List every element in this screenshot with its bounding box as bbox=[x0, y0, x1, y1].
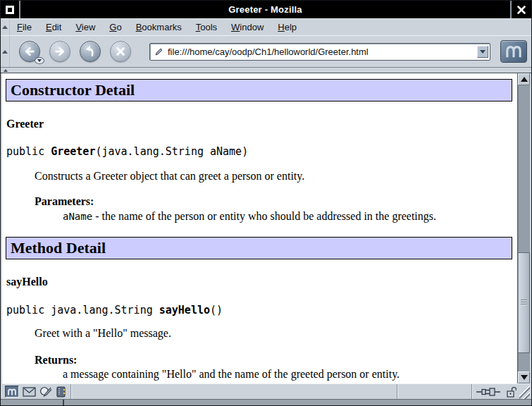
close-button[interactable] bbox=[510, 1, 531, 18]
status-section bbox=[397, 384, 471, 399]
mozilla-m-icon bbox=[505, 44, 523, 59]
forward-arrow-icon bbox=[51, 42, 69, 61]
returns-detail: a message containing "Hello" and the nam… bbox=[63, 368, 400, 381]
stop-button[interactable] bbox=[110, 41, 131, 62]
security-button[interactable] bbox=[504, 384, 519, 399]
collapsed-toolbar-strip bbox=[1, 68, 531, 73]
vertical-scrollbar bbox=[517, 73, 530, 383]
status-text bbox=[71, 384, 397, 399]
grippy-icon bbox=[2, 25, 8, 29]
mail-envelope-icon bbox=[23, 387, 36, 397]
browser-window: Greeter - Mozilla File Edit View Go Book… bbox=[0, 0, 532, 406]
menu-bookmarks[interactable]: Bookmarks bbox=[129, 19, 189, 35]
bookmark-pen-icon bbox=[154, 47, 164, 57]
thumb-grip-icon bbox=[521, 300, 527, 306]
window-menu-icon bbox=[6, 6, 14, 14]
close-icon bbox=[516, 5, 526, 15]
strip-grippy[interactable] bbox=[1, 68, 10, 73]
dropdown-icon bbox=[37, 59, 42, 62]
navigation-toolbar bbox=[1, 35, 531, 68]
grippy-icon bbox=[2, 50, 8, 54]
mozilla-throbber-button[interactable] bbox=[500, 40, 527, 63]
menu-file[interactable]: File bbox=[10, 19, 39, 35]
menu-window[interactable]: Window bbox=[224, 19, 271, 35]
method-detail-header: Method Detail bbox=[6, 237, 512, 259]
stop-x-icon bbox=[111, 42, 130, 61]
mozilla-navigator-icon bbox=[7, 388, 17, 396]
method-name-heading: sayHello bbox=[6, 276, 48, 288]
browser-content-area: Constructor Detail Greeter public Greete… bbox=[2, 73, 530, 383]
online-status-button[interactable] bbox=[471, 384, 504, 399]
location-bar bbox=[149, 43, 490, 61]
menubar: File Edit View Go Bookmarks Tools Window… bbox=[1, 18, 531, 35]
parameter-detail: aName - the name of the person or entity… bbox=[63, 210, 436, 223]
address-book-button[interactable] bbox=[56, 386, 66, 398]
scroll-down-button[interactable] bbox=[518, 371, 530, 383]
constructor-detail-header: Constructor Detail bbox=[6, 79, 512, 102]
scrollbar-track[interactable] bbox=[518, 85, 530, 371]
window-menu-button[interactable] bbox=[1, 1, 20, 18]
parameters-label: Parameters: bbox=[35, 195, 94, 208]
scroll-up-button[interactable] bbox=[518, 73, 530, 85]
constructor-name-heading: Greeter bbox=[6, 118, 44, 130]
back-history-dropdown[interactable] bbox=[35, 57, 44, 64]
component-bar bbox=[2, 384, 71, 399]
navbar-grippy[interactable] bbox=[1, 36, 10, 67]
address-book-icon bbox=[56, 386, 66, 398]
window-title: Greeter - Mozilla bbox=[20, 1, 510, 18]
method-description: Greet with a "Hello" message. bbox=[35, 327, 171, 340]
back-button[interactable] bbox=[19, 41, 40, 62]
constructor-signature: public Greeter(java.lang.String aName) bbox=[6, 145, 248, 158]
online-plug-icon bbox=[476, 387, 501, 397]
reload-button[interactable] bbox=[80, 41, 101, 62]
method-signature: public java.lang.String sayHello() bbox=[6, 304, 223, 316]
scrollbar-thumb[interactable] bbox=[518, 252, 530, 353]
down-arrow-icon bbox=[521, 375, 528, 380]
returns-label: Returns: bbox=[35, 354, 77, 367]
reload-arrow-icon bbox=[81, 42, 99, 61]
composer-page-pencil-icon bbox=[39, 386, 52, 398]
window-bottom-frame bbox=[1, 399, 531, 405]
dropdown-icon bbox=[480, 50, 485, 54]
menu-edit[interactable]: Edit bbox=[39, 19, 68, 35]
url-dropdown-button[interactable] bbox=[477, 46, 488, 58]
url-input[interactable] bbox=[168, 44, 477, 60]
menubar-grippy[interactable] bbox=[1, 19, 10, 35]
forward-button[interactable] bbox=[49, 41, 70, 62]
page-content: Constructor Detail Greeter public Greete… bbox=[2, 73, 517, 383]
menu-help[interactable]: Help bbox=[271, 19, 304, 35]
navigator-button[interactable] bbox=[5, 386, 19, 398]
statusbar bbox=[2, 383, 530, 399]
composer-button[interactable] bbox=[39, 386, 52, 398]
mail-button[interactable] bbox=[23, 387, 36, 397]
constructor-description: Constructs a Greeter object that can gre… bbox=[35, 170, 304, 183]
up-arrow-icon bbox=[521, 77, 528, 82]
window-resize-grip[interactable] bbox=[519, 384, 530, 399]
open-lock-icon bbox=[507, 386, 516, 398]
menu-go[interactable]: Go bbox=[102, 19, 128, 35]
menu-tools[interactable]: Tools bbox=[189, 19, 224, 35]
frame-divider bbox=[63, 400, 64, 405]
grippy-icon bbox=[4, 69, 8, 72]
titlebar: Greeter - Mozilla bbox=[1, 1, 531, 18]
menu-view[interactable]: View bbox=[68, 19, 102, 35]
